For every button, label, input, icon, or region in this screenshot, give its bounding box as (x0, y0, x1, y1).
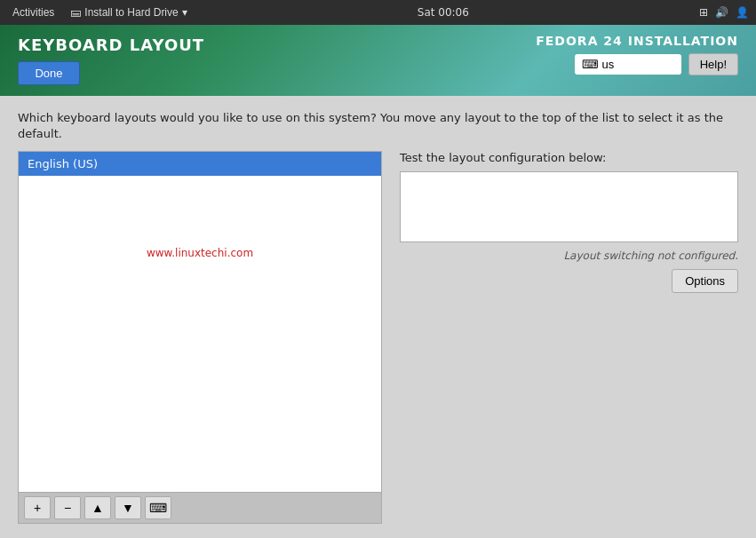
user-icon: 👤 (736, 6, 749, 19)
clock-label: Sat 00:06 (418, 6, 469, 19)
page-title: KEYBOARD LAYOUT (18, 36, 204, 54)
test-textarea[interactable] (401, 172, 737, 241)
sound-icon: 🔊 (715, 6, 728, 19)
network-icon: ⊞ (699, 6, 708, 19)
done-button[interactable]: Done (18, 61, 80, 85)
header-right: FEDORA 24 INSTALLATION ⌨ Help! (536, 34, 738, 75)
system-bar-right: ⊞ 🔊 👤 (699, 6, 749, 19)
system-bar-left: Activities 🖴 Install to Hard Drive ▾ (7, 4, 187, 20)
install-to-hard-drive-button[interactable]: 🖴 Install to Hard Drive ▾ (70, 6, 187, 19)
watermark: www.linuxtechi.com (19, 247, 381, 259)
install-label: Install to Hard Drive (84, 6, 178, 19)
activities-button[interactable]: Activities (7, 4, 60, 20)
description-text: Which keyboard layouts would you like to… (18, 110, 738, 142)
system-bar-clock: Sat 00:06 (187, 6, 699, 19)
list-item[interactable]: English (US) (19, 152, 381, 176)
keyboard-search-input[interactable] (601, 58, 681, 71)
left-panel: English (US) www.linuxtechi.com + − ▲ ▼ … (18, 151, 382, 524)
test-area-label: Test the layout configuration below: (400, 151, 738, 164)
fedora-title: FEDORA 24 INSTALLATION (536, 34, 738, 48)
layout-toolbar: + − ▲ ▼ ⌨ (18, 493, 382, 524)
options-button[interactable]: Options (672, 269, 738, 293)
header-left: KEYBOARD LAYOUT Done (18, 36, 204, 85)
move-up-button[interactable]: ▲ (84, 496, 111, 519)
panels: English (US) www.linuxtechi.com + − ▲ ▼ … (18, 151, 738, 524)
system-bar: Activities 🖴 Install to Hard Drive ▾ Sat… (0, 0, 756, 25)
test-area[interactable] (400, 171, 738, 242)
layout-item-label: English (US) (28, 157, 98, 170)
help-button[interactable]: Help! (688, 53, 738, 75)
header-right-bottom: ⌨ Help! (575, 53, 738, 75)
header: KEYBOARD LAYOUT Done FEDORA 24 INSTALLAT… (0, 25, 756, 96)
main-content: Which keyboard layouts would you like to… (0, 96, 756, 538)
switching-note: Layout switching not configured. (400, 249, 738, 262)
keyboard-search-box[interactable]: ⌨ (575, 54, 681, 75)
add-layout-button[interactable]: + (24, 496, 51, 519)
layout-list[interactable]: English (US) www.linuxtechi.com (18, 151, 382, 493)
remove-layout-button[interactable]: − (54, 496, 81, 519)
right-panel: Test the layout configuration below: Lay… (400, 151, 738, 524)
move-down-button[interactable]: ▼ (115, 496, 141, 519)
preview-layout-button[interactable]: ⌨ (145, 496, 171, 519)
hdd-icon: 🖴 (70, 6, 81, 19)
keyboard-search-icon: ⌨ (582, 58, 599, 71)
